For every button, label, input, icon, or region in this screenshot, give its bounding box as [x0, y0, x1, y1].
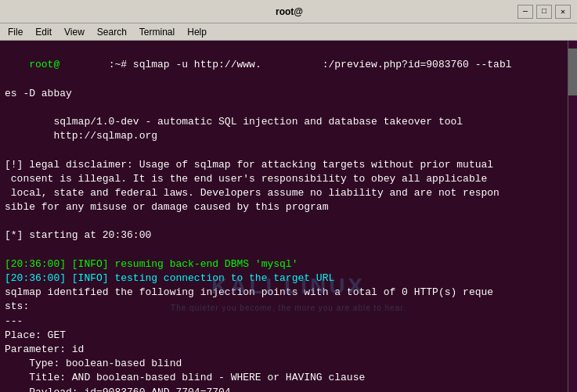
terminal-line	[5, 143, 572, 157]
menu-edit[interactable]: Edit	[31, 25, 56, 39]
terminal-line: Parameter: id	[5, 343, 572, 357]
terminal-line: Type: boolean-based blind	[5, 357, 572, 371]
menu-file[interactable]: File	[3, 25, 27, 39]
terminal-line: [*] starting at 20:36:00	[5, 228, 572, 243]
menu-help[interactable]: Help	[182, 25, 211, 39]
title-bar: root@ — □ ✕	[0, 0, 577, 23]
prompt-host: :~# sqlmap -u http://www. :/preview.php?…	[60, 59, 511, 70]
terminal-line: es -D abbay	[5, 87, 572, 101]
close-button[interactable]: ✕	[555, 5, 571, 19]
scrollbar[interactable]	[568, 41, 577, 392]
terminal-line: ---	[5, 315, 572, 329]
terminal-line: sts:	[5, 300, 572, 314]
terminal-line: Place: GET	[5, 329, 572, 343]
terminal-area[interactable]: root@ :~# sqlmap -u http://www. :/previe…	[0, 41, 577, 392]
terminal-line: local, state and federal laws. Developer…	[5, 186, 572, 200]
terminal-line: Payload: id=9083760 AND 7704=7704	[5, 386, 572, 393]
terminal-line	[5, 214, 572, 228]
terminal-line	[5, 101, 572, 115]
prompt-user: root@	[29, 59, 60, 70]
terminal-line: http://sqlmap.org	[5, 129, 572, 143]
menu-view[interactable]: View	[60, 25, 89, 39]
window-controls: — □ ✕	[517, 5, 571, 19]
terminal-line: consent is illegal. It is the end user's…	[5, 172, 572, 186]
terminal-line: sqlmap/1.0-dev - automatic SQL injection…	[5, 115, 572, 129]
menu-bar: File Edit View Search Terminal Help	[0, 23, 577, 41]
terminal-line: sible for any misuse or damage caused by…	[5, 200, 572, 214]
minimize-button[interactable]: —	[517, 5, 533, 19]
terminal-line-info: [20:36:00] [INFO] testing connection to …	[5, 272, 572, 286]
maximize-button[interactable]: □	[536, 5, 552, 19]
scrollbar-thumb[interactable]	[568, 49, 577, 95]
terminal-line-info: [20:36:00] [INFO] resuming back-end DBMS…	[5, 257, 572, 272]
terminal-line: Title: AND boolean-based blind - WHERE o…	[5, 371, 572, 385]
window-title: root@	[61, 6, 517, 17]
terminal-line: sqlmap identified the following injectio…	[5, 286, 572, 300]
terminal-line: root@ :~# sqlmap -u http://www. :/previe…	[5, 44, 572, 87]
terminal-line	[5, 243, 572, 257]
menu-terminal[interactable]: Terminal	[135, 25, 179, 39]
terminal-line: [!] legal disclaimer: Usage of sqlmap fo…	[5, 158, 572, 172]
menu-search[interactable]: Search	[92, 25, 132, 39]
